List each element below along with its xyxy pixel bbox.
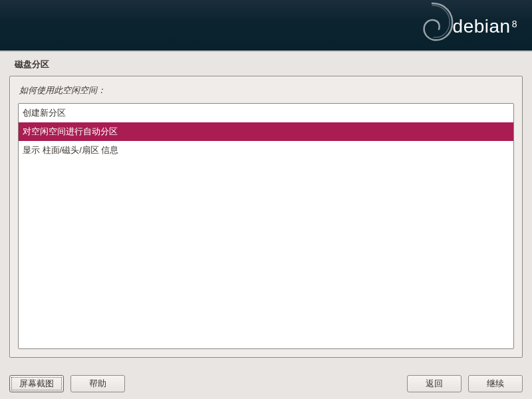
footer-bar: 屏幕截图 帮助 返回 继续 (0, 375, 532, 392)
back-button[interactable]: 返回 (407, 375, 462, 392)
option-auto-partition-free-space[interactable]: 对空闲空间进行自动分区 (19, 122, 513, 141)
screenshot-button[interactable]: 屏幕截图 (9, 375, 64, 392)
header-banner: debian8 (0, 0, 532, 52)
continue-button[interactable]: 继续 (468, 375, 523, 392)
option-label: 创建新分区 (23, 108, 66, 118)
brand-logo: debian8 (453, 16, 516, 37)
brand-name: debian (453, 16, 511, 37)
footer-left-group: 屏幕截图 帮助 (9, 375, 125, 392)
content-panel: 如何使用此空闲空间： 创建新分区 对空闲空间进行自动分区 显示 柱面/磁头/扇区… (9, 76, 523, 358)
options-listbox[interactable]: 创建新分区 对空闲空间进行自动分区 显示 柱面/磁头/扇区 信息 (18, 103, 514, 349)
brand-version: 8 (512, 19, 517, 29)
option-label: 对空闲空间进行自动分区 (23, 126, 118, 136)
help-button[interactable]: 帮助 (70, 375, 125, 392)
prompt-label: 如何使用此空闲空间： (18, 84, 514, 96)
option-label: 显示 柱面/磁头/扇区 信息 (23, 145, 118, 155)
option-show-chs-info[interactable]: 显示 柱面/磁头/扇区 信息 (19, 141, 513, 160)
option-create-new-partition[interactable]: 创建新分区 (19, 104, 513, 122)
footer-right-group: 返回 继续 (407, 375, 523, 392)
page-title: 磁盘分区 (0, 52, 532, 76)
